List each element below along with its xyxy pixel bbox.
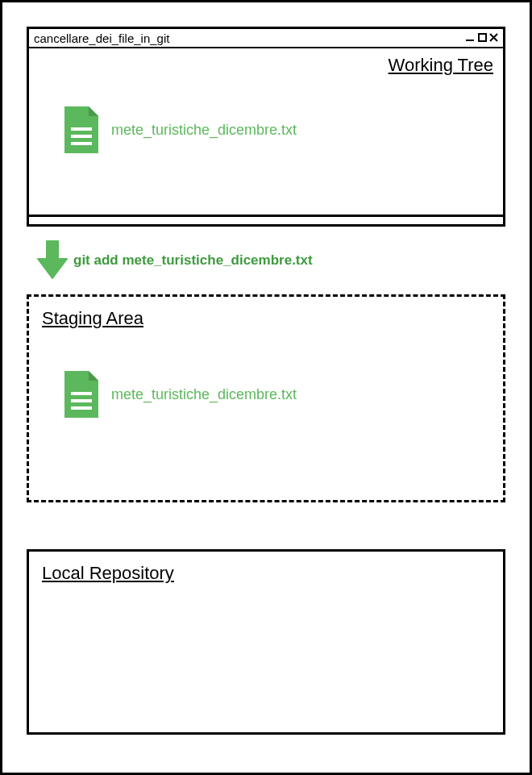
svg-rect-8	[71, 399, 92, 402]
git-add-command: git add mete_turistiche_dicembre.txt	[73, 252, 313, 269]
working-tree-title: Working Tree	[389, 55, 493, 76]
local-repository-box: Local Repository	[27, 549, 505, 735]
svg-rect-9	[71, 406, 92, 410]
diagram-frame: cancellare_dei_file_in_git Working Tree	[0, 0, 532, 775]
svg-rect-7	[71, 392, 92, 395]
window-controls	[464, 31, 498, 45]
local-repository-title: Local Repository	[42, 563, 174, 584]
file-icon	[61, 105, 102, 155]
staging-file-label: mete_turistiche_dicembre.txt	[111, 386, 297, 403]
svg-rect-4	[71, 127, 92, 131]
working-tree-body: Working Tree mete_turistiche_dicembre.tx…	[29, 48, 503, 219]
svg-rect-6	[71, 142, 92, 145]
svg-rect-5	[71, 135, 92, 138]
staging-area-box: Staging Area mete_turistiche_dicembre.tx…	[27, 294, 505, 502]
window-title: cancellare_dei_file_in_git	[34, 31, 169, 45]
svg-rect-1	[479, 34, 486, 41]
working-tree-file: mete_turistiche_dicembre.txt	[61, 105, 297, 155]
working-tree-window: cancellare_dei_file_in_git Working Tree	[27, 27, 505, 227]
staging-file: mete_turistiche_dicembre.txt	[61, 369, 297, 419]
window-titlebar: cancellare_dei_file_in_git	[29, 29, 503, 48]
window-footer-divider	[29, 215, 503, 219]
staging-area-title: Staging Area	[42, 308, 143, 329]
git-add-arrow-row: git add mete_turistiche_dicembre.txt	[33, 238, 505, 283]
file-icon	[61, 369, 102, 419]
working-tree-file-label: mete_turistiche_dicembre.txt	[111, 122, 297, 139]
arrow-down-icon	[33, 238, 72, 283]
